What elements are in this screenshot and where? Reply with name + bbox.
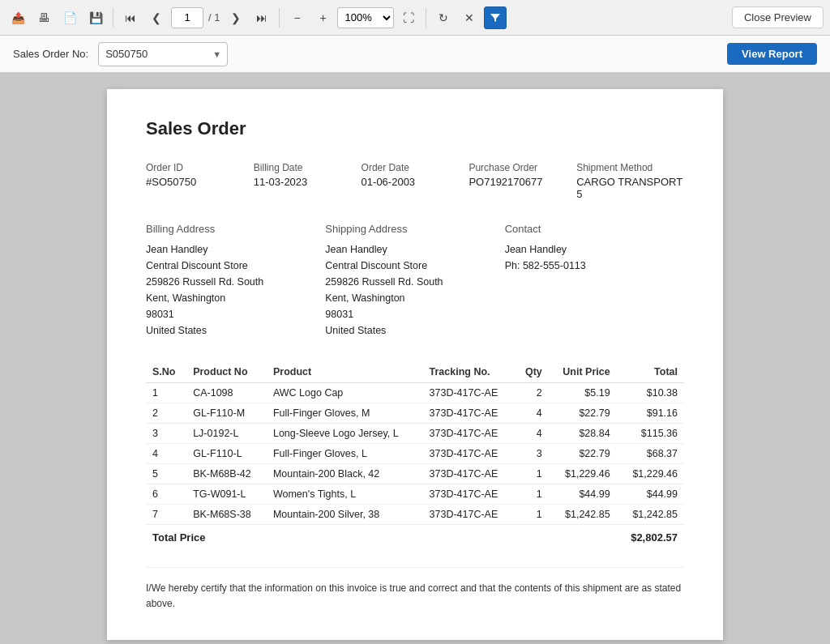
table-cell: 373D-417C-AE <box>423 505 516 525</box>
meta-billing-date: Billing Date 11-03-2023 <box>254 162 362 200</box>
table-row: 1CA-1098AWC Logo Cap373D-417C-AE2$5.19$1… <box>146 383 684 403</box>
col-product-no: Product No <box>186 361 267 383</box>
certification-text: I/We hereby certify that the information… <box>146 567 684 612</box>
table-cell: 373D-417C-AE <box>423 403 516 424</box>
table-cell: 3 <box>515 444 549 464</box>
filter-bar: Sales Order No: S050750 ▼ View Report <box>0 36 830 73</box>
table-cell: Mountain-200 Black, 42 <box>267 464 423 484</box>
filter-btn[interactable] <box>484 6 507 29</box>
billing-address-heading: Billing Address <box>146 223 325 235</box>
table-cell: $22.79 <box>549 444 617 464</box>
table-cell: $28.84 <box>549 424 617 444</box>
table-cell: BK-M68S-38 <box>186 505 267 525</box>
document-paper: Sales Order Order ID #SO50750 Billing Da… <box>107 89 723 640</box>
table-cell: $44.99 <box>617 484 684 505</box>
close-preview-button[interactable]: Close Preview <box>732 6 824 28</box>
order-meta: Order ID #SO50750 Billing Date 11-03-202… <box>146 162 684 200</box>
order-table: S.No Product No Product Tracking No. Qty… <box>146 361 684 548</box>
table-cell: 6 <box>146 484 186 505</box>
table-cell: AWC Logo Cap <box>267 383 423 403</box>
cancel-btn[interactable]: ✕ <box>458 6 481 29</box>
print-btn[interactable]: 🖶 <box>32 6 55 29</box>
table-cell: GL-F110-M <box>186 403 267 424</box>
export-btn[interactable]: 📄 <box>58 6 81 29</box>
col-total: Total <box>617 361 684 383</box>
billing-date-label: Billing Date <box>254 162 362 173</box>
contact-name-text: Jean Handley <box>505 244 567 255</box>
table-body: 1CA-1098AWC Logo Cap373D-417C-AE2$5.19$1… <box>146 383 684 525</box>
contact-heading: Contact <box>505 223 684 235</box>
table-cell: 1 <box>146 383 186 403</box>
prev-page-btn[interactable]: ❮ <box>145 6 168 29</box>
contact-phone-text: Ph: 582-555-0113 <box>505 260 586 271</box>
shipping-address-text: Jean HandleyCentral Discount Store259826… <box>325 241 504 339</box>
order-id-label: Order ID <box>146 162 254 173</box>
table-cell: 373D-417C-AE <box>423 424 516 444</box>
table-cell: 373D-417C-AE <box>423 383 516 403</box>
table-cell: $44.99 <box>549 484 617 505</box>
divider1 <box>113 8 113 28</box>
total-price-value: $2,802.57 <box>617 525 684 548</box>
table-cell: $1,242.85 <box>549 505 617 525</box>
table-cell: 3 <box>146 424 186 444</box>
view-report-button[interactable]: View Report <box>727 43 817 65</box>
table-cell: Full-Finger Gloves, M <box>267 403 423 424</box>
page-total: / 1 <box>208 11 220 23</box>
page-number-input[interactable]: 1 <box>171 7 203 28</box>
divider3 <box>426 8 426 28</box>
table-row: 4GL-F110-LFull-Finger Gloves, L373D-417C… <box>146 444 684 464</box>
fit-page-btn[interactable]: ⛶ <box>397 6 420 29</box>
table-cell: $10.38 <box>617 383 684 403</box>
contact-name: Jean Handley Ph: 582-555-0113 <box>505 241 684 274</box>
shipment-method-label: Shipment Method <box>576 162 684 173</box>
table-cell: $5.19 <box>549 383 617 403</box>
table-row: 2GL-F110-MFull-Finger Gloves, M373D-417C… <box>146 403 684 424</box>
save-btn[interactable]: 💾 <box>84 6 107 29</box>
table-cell: 4 <box>515 424 549 444</box>
table-cell: 373D-417C-AE <box>423 464 516 484</box>
table-cell: $1,229.46 <box>549 464 617 484</box>
table-cell: 373D-417C-AE <box>423 444 516 464</box>
table-cell: 373D-417C-AE <box>423 484 516 505</box>
billing-address-col: Billing Address Jean HandleyCentral Disc… <box>146 223 325 339</box>
table-cell: 5 <box>146 464 186 484</box>
document-area: Sales Order Order ID #SO50750 Billing Da… <box>0 73 830 644</box>
table-cell: $22.79 <box>549 403 617 424</box>
table-cell: TG-W091-L <box>186 484 267 505</box>
addresses-section: Billing Address Jean HandleyCentral Disc… <box>146 223 684 339</box>
col-tracking: Tracking No. <box>423 361 516 383</box>
purchase-order-value: PO7192170677 <box>468 176 576 188</box>
table-cell: $68.37 <box>617 444 684 464</box>
first-page-btn[interactable]: ⏮ <box>119 6 142 29</box>
last-page-btn[interactable]: ⏭ <box>250 6 273 29</box>
col-qty: Qty <box>515 361 549 383</box>
table-cell: CA-1098 <box>186 383 267 403</box>
meta-order-date: Order Date 01-06-2003 <box>362 162 469 200</box>
zoom-select[interactable]: 100% 75% 150% 200% <box>337 7 394 28</box>
next-page-btn[interactable]: ❯ <box>225 6 247 29</box>
divider2 <box>279 8 280 28</box>
table-cell: Mountain-200 Silver, 38 <box>267 505 423 525</box>
table-cell: $1,229.46 <box>617 464 684 484</box>
shipping-address-col: Shipping Address Jean HandleyCentral Dis… <box>325 223 504 339</box>
table-cell: Full-Finger Gloves, L <box>267 444 423 464</box>
refresh-btn[interactable]: ↻ <box>432 6 455 29</box>
total-row: Total Price $2,802.57 <box>146 525 684 548</box>
table-cell: 7 <box>146 505 186 525</box>
filter-label: Sales Order No: <box>13 48 88 60</box>
total-price-label: Total Price <box>146 525 617 548</box>
contact-col: Contact Jean Handley Ph: 582-555-0113 <box>505 223 684 339</box>
table-cell: 4 <box>515 403 549 424</box>
document-title: Sales Order <box>146 118 684 139</box>
upload-btn[interactable]: 📤 <box>6 6 29 29</box>
order-date-value: 01-06-2003 <box>362 176 469 188</box>
table-cell: $115.36 <box>617 424 684 444</box>
table-cell: GL-F110-L <box>186 444 267 464</box>
zoom-in-btn[interactable]: + <box>311 6 334 29</box>
table-header-row: S.No Product No Product Tracking No. Qty… <box>146 361 684 383</box>
zoom-out-btn[interactable]: − <box>285 6 308 29</box>
shipping-address-heading: Shipping Address <box>325 223 504 235</box>
table-row: 5BK-M68B-42Mountain-200 Black, 42373D-41… <box>146 464 684 484</box>
sales-order-select[interactable]: S050750 <box>98 42 228 66</box>
table-row: 7BK-M68S-38Mountain-200 Silver, 38373D-4… <box>146 505 684 525</box>
